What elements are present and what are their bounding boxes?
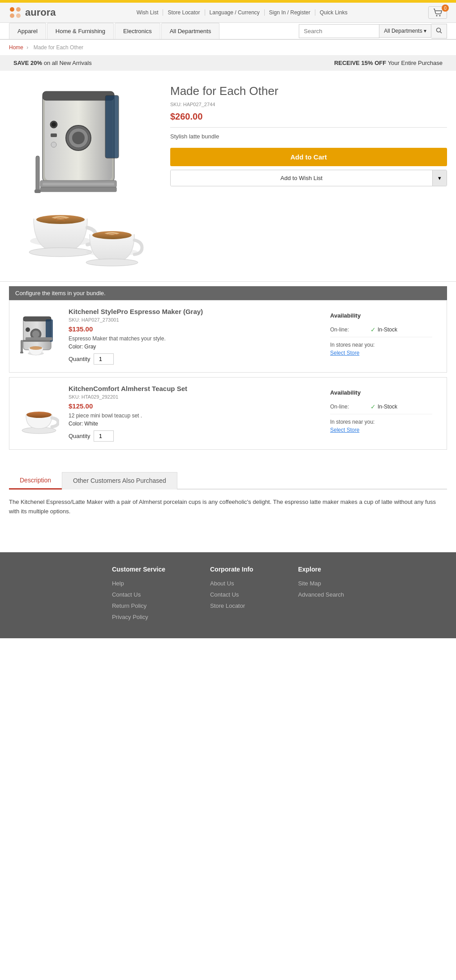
bundle-item-2-price: $125.00 xyxy=(69,402,316,410)
wish-list-dropdown-button[interactable]: ▾ xyxy=(432,170,447,186)
svg-rect-20 xyxy=(34,189,41,193)
search-icon xyxy=(436,27,442,34)
breadcrumb-home[interactable]: Home xyxy=(9,44,23,51)
search-area: All Departments ▾ xyxy=(299,24,447,39)
bundle-item-1-check-icon: ✓ xyxy=(370,326,376,333)
bundle-item-2-image xyxy=(17,385,61,442)
top-bar: aurora Wish List Store Locator Language … xyxy=(0,3,456,23)
promo-left-rest: on all New Arrivals xyxy=(44,60,92,66)
bundle-item-1-info: Kitchenel StylePro Espresso Maker (Gray)… xyxy=(69,308,316,365)
cart-icon xyxy=(433,9,442,17)
product-main-image xyxy=(16,80,155,272)
bundle-item-1-color-value: Gray xyxy=(84,344,96,350)
promo-bar: SAVE 20% on all New Arrivals RECEIVE 15%… xyxy=(0,55,456,71)
svg-point-41 xyxy=(30,346,42,350)
nav-store-locator[interactable]: Store Locator xyxy=(163,9,205,16)
bundle-item-2-name: KitchenComfort Almherst Teacup Set xyxy=(69,385,316,392)
product-price: $260.00 xyxy=(170,112,447,128)
cat-tab-all-departments[interactable]: All Departments xyxy=(161,23,219,39)
tab-other-customers[interactable]: Other Customers Also Purchased xyxy=(62,472,177,490)
search-button[interactable] xyxy=(431,24,447,39)
bundle-item-2-desc: 12 piece mini bowl teacup set . xyxy=(69,413,316,419)
nav-language[interactable]: Language / Currency xyxy=(205,9,265,16)
promo-right-rest: Your Entire Purchase xyxy=(388,60,443,66)
bundle-item-1-quantity-input[interactable] xyxy=(94,353,114,365)
product-title: Made for Each Other xyxy=(170,84,447,98)
bundle-item-1: Kitchenel StylePro Espresso Maker (Gray)… xyxy=(9,300,447,373)
bundle-item-2: KitchenComfort Almherst Teacup Set SKU: … xyxy=(9,377,447,450)
svg-point-3 xyxy=(16,13,21,18)
bundle-item-1-name: Kitchenel StylePro Espresso Maker (Gray) xyxy=(69,308,316,315)
bundle-item-1-select-store-link[interactable]: Select Store xyxy=(330,350,359,356)
bundle-item-2-quantity-row: Quantity xyxy=(69,430,316,442)
cat-tab-electronics[interactable]: Electronics xyxy=(115,23,160,39)
svg-line-7 xyxy=(440,31,442,33)
footer-col-2-title: Corporate Info xyxy=(210,566,253,573)
footer-help-link[interactable]: Help xyxy=(112,580,165,587)
bundle-item-1-price: $135.00 xyxy=(69,325,316,333)
nav-wish-list[interactable]: Wish List xyxy=(132,9,163,16)
svg-point-18 xyxy=(51,142,56,147)
bundle-item-2-info: KitchenComfort Almherst Teacup Set SKU: … xyxy=(69,385,316,442)
svg-point-5 xyxy=(439,15,441,17)
search-dept-dropdown[interactable]: All Departments ▾ xyxy=(379,24,431,38)
svg-rect-11 xyxy=(105,95,119,158)
cat-tab-apparel[interactable]: Apparel xyxy=(9,23,46,39)
cat-tab-home[interactable]: Home & Furnishing xyxy=(47,23,114,39)
bundle-item-2-availability: Availability On-line: ✓ In-Stock In stor… xyxy=(323,385,439,442)
cart-area: 0 xyxy=(428,6,447,19)
svg-rect-37 xyxy=(22,340,50,342)
svg-point-29 xyxy=(86,259,138,266)
bundle-item-2-online-status: ✓ In-Stock xyxy=(370,403,397,410)
bundle-item-2-select-store-link[interactable]: Select Store xyxy=(330,427,359,433)
configure-header: Configure the items in your bundle. xyxy=(9,286,447,300)
bundle-item-1-avail-title: Availability xyxy=(330,312,432,319)
bundle-item-1-online-label: On-line: xyxy=(330,327,370,333)
promo-left-bold: SAVE 20% xyxy=(13,60,42,66)
bundle-item-2-image-svg xyxy=(19,391,59,436)
breadcrumb: Home › Made for Each Other xyxy=(0,40,456,55)
cart-button[interactable]: 0 xyxy=(428,6,447,19)
bundle-item-1-image-svg xyxy=(19,314,59,359)
footer-store-locator-link[interactable]: Store Locator xyxy=(210,602,253,609)
bundle-item-2-store-row: In stores near you: Select Store xyxy=(330,414,432,438)
footer-return-link[interactable]: Return Policy xyxy=(112,602,165,609)
svg-point-4 xyxy=(436,15,438,17)
top-nav: Wish List Store Locator Language / Curre… xyxy=(132,9,352,16)
nav-sign-in[interactable]: Sign In / Register xyxy=(265,9,315,16)
svg-rect-36 xyxy=(26,337,52,340)
bundle-item-1-online-status: ✓ In-Stock xyxy=(370,326,397,333)
footer: Customer Service Help Contact Us Return … xyxy=(0,552,456,638)
bundle-item-2-quantity-input[interactable] xyxy=(94,430,114,442)
bundle-item-2-avail-title: Availability xyxy=(330,389,432,396)
svg-point-0 xyxy=(10,7,14,12)
tab-description[interactable]: Description xyxy=(9,472,62,490)
footer-sitemap-link[interactable]: Site Map xyxy=(298,580,344,587)
nav-quick-links[interactable]: Quick Links xyxy=(315,9,352,16)
bundle-item-2-store-label: In stores near you: xyxy=(330,419,432,425)
svg-rect-19 xyxy=(36,156,39,192)
bundle-item-1-quantity-row: Quantity xyxy=(69,353,316,365)
tab-content-description: The Kitchenel Espresso/Latte Maker with … xyxy=(9,490,447,543)
footer-col-customer-service: Customer Service Help Contact Us Return … xyxy=(112,566,165,625)
product-description: Stylish latte bundle xyxy=(170,133,447,140)
product-sku: SKU: HAP027_2744 xyxy=(170,102,447,107)
svg-point-26 xyxy=(29,248,92,257)
bundle-item-1-sku: SKU: HAP027_273001 xyxy=(69,317,316,322)
footer-advanced-search-link[interactable]: Advanced Search xyxy=(298,591,344,598)
footer-col-1-title: Customer Service xyxy=(112,566,165,573)
svg-rect-22 xyxy=(43,183,114,185)
svg-rect-10 xyxy=(43,91,114,100)
promo-left: SAVE 20% on all New Arrivals xyxy=(13,60,92,66)
bundle-item-2-online-label: On-line: xyxy=(330,404,370,410)
footer-col-explore: Explore Site Map Advanced Search xyxy=(298,566,344,625)
footer-contact2-link[interactable]: Contact Us xyxy=(210,591,253,598)
footer-privacy-link[interactable]: Privacy Policy xyxy=(112,614,165,620)
bundle-item-2-online-row: On-line: ✓ In-Stock xyxy=(330,400,432,414)
add-to-cart-button[interactable]: Add to Cart xyxy=(170,148,447,166)
footer-contact-link[interactable]: Contact Us xyxy=(112,591,165,598)
logo-text: aurora xyxy=(25,7,56,18)
search-input[interactable] xyxy=(299,24,379,38)
add-to-wish-list-button[interactable]: Add to Wish List xyxy=(171,170,432,186)
footer-about-link[interactable]: About Us xyxy=(210,580,253,587)
